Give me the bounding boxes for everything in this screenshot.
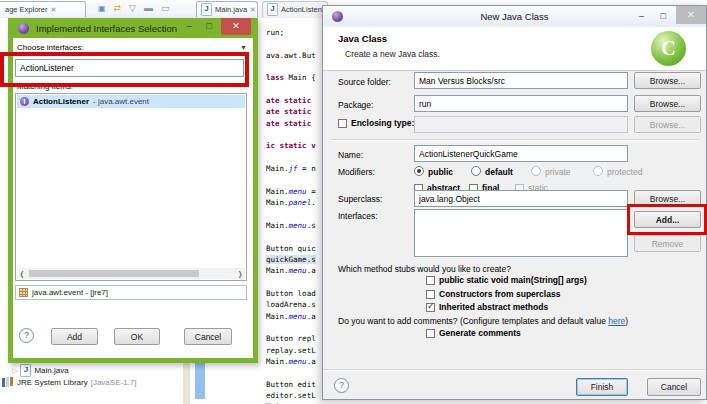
- interface-icon: I: [20, 97, 29, 106]
- divider: [323, 369, 706, 370]
- cancel-button[interactable]: Cancel: [184, 328, 232, 345]
- tree-item-label: Main.java: [34, 366, 68, 375]
- add-button[interactable]: Add: [51, 328, 98, 345]
- close-icon[interactable]: ✕: [221, 18, 251, 35]
- cancel-button[interactable]: Cancel: [647, 378, 701, 396]
- configure-templates-link[interactable]: here: [608, 316, 625, 326]
- remove-interface-button: Remove: [634, 235, 701, 252]
- java-file-icon: J: [20, 364, 31, 377]
- name-label: Name:: [338, 150, 363, 160]
- maximize-view-icon[interactable]: ▭: [161, 3, 170, 13]
- horizontal-scrollbar[interactable]: ❬ ❭: [17, 268, 245, 279]
- tab-label: age Explorer: [5, 5, 48, 14]
- source-folder-input[interactable]: Man Versus Blocks/src: [414, 72, 628, 89]
- modifier-default-radio[interactable]: [471, 166, 481, 176]
- finish-button[interactable]: Finish: [576, 378, 628, 396]
- expand-arrow-icon[interactable]: ▷: [12, 367, 17, 375]
- close-icon[interactable]: ✕: [51, 6, 57, 14]
- scrollbar-thumb[interactable]: [29, 270, 199, 277]
- stub-main-label: public static void main(String[] args): [439, 275, 587, 285]
- source-folder-label: Source folder:: [338, 77, 391, 87]
- item-name: ActionListener: [33, 97, 89, 106]
- package-label: Package:: [338, 100, 373, 110]
- tab-label: ActionListen: [281, 5, 322, 14]
- stub-constructors-label: Constructors from superclass: [439, 289, 560, 299]
- modifier-protected-label: protected: [607, 167, 642, 177]
- view-menu-icon[interactable]: ▼: [240, 44, 247, 51]
- class-wizard-icon: C: [651, 31, 686, 66]
- browse-source-button[interactable]: Browse...: [634, 72, 701, 89]
- close-icon[interactable]: ✕: [676, 6, 706, 24]
- tree-item-suffix: [JavaSE-1.7]: [91, 378, 137, 387]
- wizard-header: Java Class Create a new Java class. C: [323, 27, 706, 71]
- list-item-actionlistener[interactable]: I ActionListener - java.awt.event: [17, 95, 245, 108]
- enclosing-type-checkbox[interactable]: [338, 119, 347, 128]
- minimize-icon[interactable]: –: [187, 21, 192, 31]
- scrollbar-thumb[interactable]: [195, 361, 205, 399]
- maximize-icon[interactable]: □: [661, 11, 666, 21]
- package-icon: [19, 288, 28, 297]
- tab-package-explorer[interactable]: age Explorer ✕: [0, 1, 86, 17]
- enclosing-type-label: Enclosing type:: [351, 118, 414, 128]
- wizard-titlebar[interactable]: New Java Class – □ ✕: [323, 6, 706, 27]
- view-menu-icon[interactable]: ▽: [129, 3, 136, 13]
- tab-label: Main.java: [215, 5, 247, 14]
- link-with-editor-icon[interactable]: ⇄: [114, 3, 122, 13]
- modifier-public-label: public: [428, 167, 453, 177]
- eclipse-window-icon: [18, 23, 29, 34]
- dialog-title: Implemented Interfaces Selection: [36, 23, 177, 34]
- minimize-view-icon[interactable]: ▬: [144, 3, 153, 13]
- tab-actionlistener[interactable]: J ActionListen: [262, 1, 328, 17]
- stubs-question: Which method stubs would you like to cre…: [338, 264, 511, 274]
- screenshot-root: age Explorer ✕ ▣ ⇄ ▽ ▬ ▭ J Main.java ✕ J…: [0, 0, 707, 404]
- modifier-private-radio: [531, 166, 541, 176]
- help-icon[interactable]: ?: [19, 328, 34, 343]
- tree-item-jre-library[interactable]: JRE System Library [JavaSE-1.7]: [2, 377, 137, 387]
- scroll-left-icon[interactable]: ❬: [19, 270, 25, 278]
- matching-items-list[interactable]: I ActionListener - java.awt.event ❬ ❭: [15, 93, 247, 281]
- stub-constructors-checkbox[interactable]: [426, 290, 435, 299]
- browse-enclosing-button: Browse...: [634, 116, 701, 133]
- tree-item-main-java[interactable]: ▷ J Main.java: [12, 364, 69, 377]
- package-input[interactable]: run: [414, 95, 628, 112]
- name-input[interactable]: ActionListenerQuickGame: [414, 145, 628, 162]
- stub-inherited-label: Inherited abstract methods: [439, 302, 548, 312]
- wizard-header-title: Java Class: [338, 33, 387, 44]
- sash-divider[interactable]: [183, 361, 190, 404]
- library-books-icon: [2, 377, 14, 387]
- tree-item-label: JRE System Library: [17, 378, 88, 387]
- stub-inherited-checkbox[interactable]: [426, 303, 435, 312]
- ok-button[interactable]: OK: [114, 328, 160, 345]
- scroll-right-icon[interactable]: ❭: [237, 270, 243, 278]
- generate-comments-checkbox[interactable]: [426, 329, 435, 338]
- callout-add-button: [627, 204, 707, 235]
- modifier-default-label: default: [485, 167, 513, 177]
- comments-question-text: Do you want to add comments? (Configure …: [338, 316, 608, 326]
- generate-comments-label: Generate comments: [439, 328, 521, 338]
- interfaces-label: Interfaces:: [338, 211, 378, 221]
- wizard-title: New Java Class: [323, 11, 706, 22]
- collapse-all-icon[interactable]: ▣: [98, 4, 106, 13]
- superclass-label: Superclass:: [338, 194, 382, 204]
- close-icon[interactable]: ✕: [250, 6, 256, 14]
- java-file-icon: J: [267, 3, 278, 16]
- interfaces-list[interactable]: [414, 209, 628, 257]
- new-java-class-dialog: New Java Class – □ ✕ Java Class Create a…: [322, 5, 707, 400]
- qualifier-text: java.awt.event - [jre7]: [32, 288, 108, 297]
- tab-main-java[interactable]: J Main.java ✕: [196, 1, 258, 17]
- maximize-icon[interactable]: □: [207, 21, 212, 31]
- item-package: - java.awt.event: [93, 97, 149, 106]
- stub-main-checkbox[interactable]: [426, 276, 435, 285]
- enclosing-type-input[interactable]: [414, 116, 628, 133]
- help-icon[interactable]: ?: [334, 378, 349, 393]
- comments-question-suffix: ): [625, 316, 628, 326]
- modifiers-label: Modifiers:: [338, 167, 375, 177]
- modifier-protected-radio: [593, 166, 603, 176]
- callout-filter-input: [0, 52, 249, 87]
- choose-interfaces-label: Choose interfaces:: [17, 43, 84, 52]
- browse-package-button[interactable]: Browse...: [634, 95, 701, 112]
- eclipse-window-icon: [332, 11, 343, 22]
- modifier-public-radio[interactable]: [414, 166, 424, 176]
- minimize-icon[interactable]: –: [639, 11, 644, 21]
- superclass-input[interactable]: java.lang.Object: [414, 190, 628, 207]
